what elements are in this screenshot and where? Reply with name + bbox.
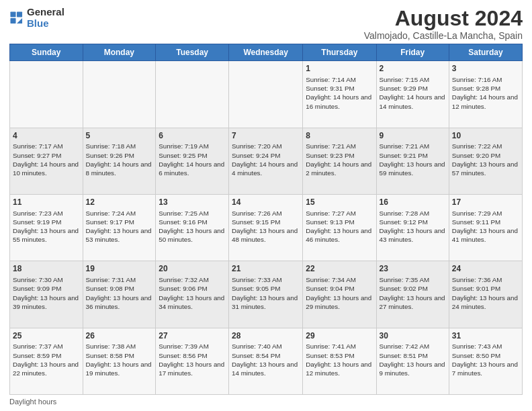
day-number: 20 (159, 263, 226, 275)
day-content: Sunrise: 7:28 AM Sunset: 9:12 PM Dayligh… (380, 209, 446, 244)
day-content: Sunrise: 7:41 AM Sunset: 8:53 PM Dayligh… (306, 342, 373, 377)
day-content: Sunrise: 7:31 AM Sunset: 9:08 PM Dayligh… (86, 275, 153, 311)
logo-area: General Blue (9, 7, 64, 29)
header-wednesday: Wednesday (229, 44, 303, 61)
day-content: Sunrise: 7:21 AM Sunset: 9:21 PM Dayligh… (380, 142, 446, 177)
calendar-cell: 20Sunrise: 7:32 AM Sunset: 9:06 PM Dayli… (156, 261, 229, 328)
day-number: 25 (13, 330, 80, 342)
day-content: Sunrise: 7:29 AM Sunset: 9:11 PM Dayligh… (452, 209, 519, 244)
svg-rect-0 (10, 11, 15, 17)
day-number: 19 (86, 263, 153, 275)
day-content: Sunrise: 7:21 AM Sunset: 9:23 PM Dayligh… (306, 142, 373, 177)
calendar-table: SundayMondayTuesdayWednesdayThursdayFrid… (9, 44, 523, 395)
svg-marker-3 (17, 18, 22, 24)
header-saturday: Saturday (449, 44, 522, 61)
top-area: General Blue August 2024 Valmojado, Cast… (9, 7, 523, 41)
day-number: 17 (452, 197, 519, 208)
logo-text: General Blue (27, 7, 64, 29)
calendar-title: August 2024 (364, 7, 523, 30)
day-number: 4 (13, 130, 80, 142)
day-content: Sunrise: 7:40 AM Sunset: 8:54 PM Dayligh… (232, 342, 300, 377)
day-number: 24 (452, 263, 519, 275)
day-content: Sunrise: 7:30 AM Sunset: 9:09 PM Dayligh… (13, 275, 80, 311)
calendar-subtitle: Valmojado, Castille-La Mancha, Spain (364, 30, 523, 41)
day-number: 21 (232, 263, 300, 275)
day-number: 13 (159, 197, 226, 208)
day-content: Sunrise: 7:43 AM Sunset: 8:50 PM Dayligh… (452, 342, 519, 377)
calendar-cell: 26Sunrise: 7:38 AM Sunset: 8:58 PM Dayli… (83, 328, 156, 394)
day-number: 7 (232, 130, 300, 142)
calendar-cell: 16Sunrise: 7:28 AM Sunset: 9:12 PM Dayli… (376, 194, 449, 261)
day-content: Sunrise: 7:19 AM Sunset: 9:25 PM Dayligh… (159, 142, 226, 177)
logo-blue: Blue (27, 18, 64, 30)
calendar-cell: 21Sunrise: 7:33 AM Sunset: 9:05 PM Dayli… (229, 261, 303, 328)
week-row-1: 1Sunrise: 7:14 AM Sunset: 9:31 PM Daylig… (10, 61, 523, 128)
day-content: Sunrise: 7:18 AM Sunset: 9:26 PM Dayligh… (86, 142, 153, 177)
calendar-cell: 3Sunrise: 7:16 AM Sunset: 9:28 PM Daylig… (449, 61, 522, 128)
week-row-3: 11Sunrise: 7:23 AM Sunset: 9:19 PM Dayli… (10, 194, 523, 261)
day-content: Sunrise: 7:37 AM Sunset: 8:59 PM Dayligh… (13, 342, 80, 377)
calendar-cell: 11Sunrise: 7:23 AM Sunset: 9:19 PM Dayli… (10, 194, 83, 261)
day-number: 27 (159, 330, 226, 342)
calendar-header-row: SundayMondayTuesdayWednesdayThursdayFrid… (10, 44, 523, 61)
day-number: 5 (86, 130, 153, 142)
calendar-cell: 17Sunrise: 7:29 AM Sunset: 9:11 PM Dayli… (449, 194, 522, 261)
day-content: Sunrise: 7:22 AM Sunset: 9:20 PM Dayligh… (452, 142, 519, 177)
day-number: 14 (232, 197, 300, 208)
calendar-cell: 22Sunrise: 7:34 AM Sunset: 9:04 PM Dayli… (303, 261, 376, 328)
calendar-cell: 5Sunrise: 7:18 AM Sunset: 9:26 PM Daylig… (83, 128, 156, 194)
calendar-cell: 4Sunrise: 7:17 AM Sunset: 9:27 PM Daylig… (10, 128, 83, 194)
day-number: 1 (306, 63, 373, 75)
day-number: 18 (13, 263, 80, 275)
day-content: Sunrise: 7:33 AM Sunset: 9:05 PM Dayligh… (232, 275, 300, 311)
day-number: 2 (380, 63, 446, 75)
calendar-cell: 2Sunrise: 7:15 AM Sunset: 9:29 PM Daylig… (376, 61, 449, 128)
day-content: Sunrise: 7:23 AM Sunset: 9:19 PM Dayligh… (13, 209, 80, 244)
calendar-cell: 13Sunrise: 7:25 AM Sunset: 9:16 PM Dayli… (156, 194, 229, 261)
calendar-cell: 15Sunrise: 7:27 AM Sunset: 9:13 PM Dayli… (303, 194, 376, 261)
calendar-cell (229, 61, 303, 128)
day-content: Sunrise: 7:39 AM Sunset: 8:56 PM Dayligh… (159, 342, 226, 377)
svg-rect-1 (17, 11, 22, 17)
day-number: 9 (380, 130, 446, 142)
day-number: 8 (306, 130, 373, 142)
calendar-cell: 1Sunrise: 7:14 AM Sunset: 9:31 PM Daylig… (303, 61, 376, 128)
day-number: 15 (306, 197, 373, 208)
day-content: Sunrise: 7:36 AM Sunset: 9:01 PM Dayligh… (452, 275, 519, 311)
day-number: 10 (452, 130, 519, 142)
day-content: Sunrise: 7:27 AM Sunset: 9:13 PM Dayligh… (306, 209, 373, 244)
day-content: Sunrise: 7:16 AM Sunset: 9:28 PM Dayligh… (452, 75, 519, 111)
day-content: Sunrise: 7:17 AM Sunset: 9:27 PM Dayligh… (13, 142, 80, 177)
calendar-cell: 7Sunrise: 7:20 AM Sunset: 9:24 PM Daylig… (229, 128, 303, 194)
calendar-cell: 6Sunrise: 7:19 AM Sunset: 9:25 PM Daylig… (156, 128, 229, 194)
calendar-cell (156, 61, 229, 128)
day-content: Sunrise: 7:15 AM Sunset: 9:29 PM Dayligh… (380, 75, 446, 111)
week-row-5: 25Sunrise: 7:37 AM Sunset: 8:59 PM Dayli… (10, 328, 523, 394)
svg-rect-2 (10, 18, 15, 24)
day-number: 6 (159, 130, 226, 142)
day-content: Sunrise: 7:35 AM Sunset: 9:02 PM Dayligh… (380, 275, 446, 311)
day-number: 31 (452, 330, 519, 342)
footer-note: Daylight hours (9, 398, 523, 406)
calendar-cell: 31Sunrise: 7:43 AM Sunset: 8:50 PM Dayli… (449, 328, 522, 394)
day-number: 16 (380, 197, 446, 208)
calendar-cell (10, 61, 83, 128)
calendar-cell: 27Sunrise: 7:39 AM Sunset: 8:56 PM Dayli… (156, 328, 229, 394)
day-number: 28 (232, 330, 300, 342)
day-number: 30 (380, 330, 446, 342)
calendar-cell: 29Sunrise: 7:41 AM Sunset: 8:53 PM Dayli… (303, 328, 376, 394)
logo-general: General (27, 7, 64, 18)
title-area: August 2024 Valmojado, Castille-La Manch… (364, 7, 523, 41)
day-number: 26 (86, 330, 153, 342)
day-content: Sunrise: 7:38 AM Sunset: 8:58 PM Dayligh… (86, 342, 153, 377)
day-number: 29 (306, 330, 373, 342)
general-blue-logo-icon (9, 11, 24, 26)
day-content: Sunrise: 7:42 AM Sunset: 8:51 PM Dayligh… (380, 342, 446, 377)
day-number: 3 (452, 63, 519, 75)
calendar-cell: 14Sunrise: 7:26 AM Sunset: 9:15 PM Dayli… (229, 194, 303, 261)
calendar-cell: 12Sunrise: 7:24 AM Sunset: 9:17 PM Dayli… (83, 194, 156, 261)
day-content: Sunrise: 7:24 AM Sunset: 9:17 PM Dayligh… (86, 209, 153, 244)
header-tuesday: Tuesday (156, 44, 229, 61)
calendar-cell: 18Sunrise: 7:30 AM Sunset: 9:09 PM Dayli… (10, 261, 83, 328)
day-number: 11 (13, 197, 80, 208)
